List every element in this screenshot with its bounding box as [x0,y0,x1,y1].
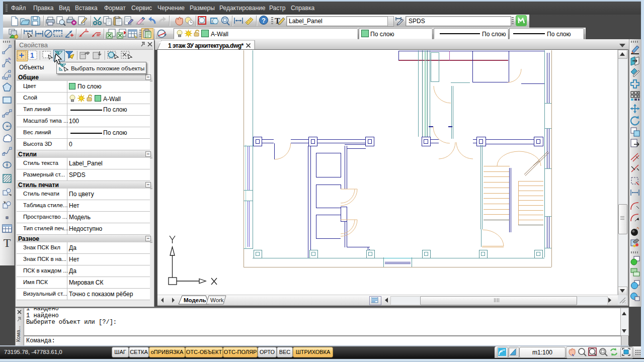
svg-text:A: A [85,29,88,32]
svg-text:T: T [4,236,11,249]
svg-text:?: ? [262,17,266,24]
svg-text:Work: Work [210,297,224,303]
svg-text:Модель: Модель [184,297,206,303]
svg-text:1: 1 [30,51,34,59]
